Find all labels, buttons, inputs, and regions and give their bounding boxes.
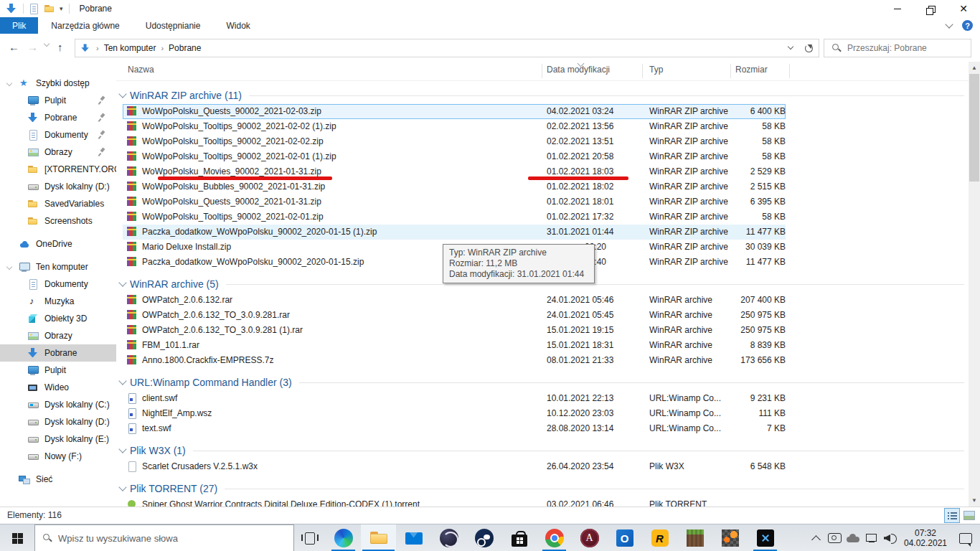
sidebar-item-pulpit[interactable]: Pulpit bbox=[0, 92, 116, 109]
action-center-icon[interactable] bbox=[951, 524, 980, 551]
up-button[interactable]: ↑ bbox=[57, 39, 63, 55]
sidebar-item-screenshots[interactable]: Screenshots bbox=[0, 212, 116, 230]
taskbar-app-rockstar-icon[interactable]: R bbox=[642, 524, 677, 551]
customize-qat-icon[interactable]: ▾ bbox=[60, 5, 63, 12]
group-header[interactable]: WinRAR ZIP archive (11) bbox=[116, 87, 969, 104]
file-row-text-swf[interactable]: text.swf28.08.2020 13:14URL:Winamp Co...… bbox=[123, 421, 786, 436]
file-row-scarlet-crusaders-v-2-5-1-w3x[interactable]: Scarlet Crusaders V.2.5.1.w3x26.04.2020 … bbox=[123, 459, 786, 474]
sidebar-section-onedrive[interactable]: OneDrive bbox=[0, 235, 116, 253]
file-row-wowpopolsku-quests-90002-2021-02-03-zip[interactable]: WoWpoPolsku_Quests_90002_2021-02-03.zip0… bbox=[123, 104, 786, 119]
tab-udostepnianie[interactable]: Udostępnianie bbox=[133, 17, 214, 34]
file-row-paczka-dodatkow-wowpopolsku-90002-2020-01-15-1-zip[interactable]: Paczka_dodatkow_WoWpoPolsku_90002_2020-0… bbox=[123, 225, 786, 240]
sidebar-item-wideo[interactable]: Wideo bbox=[0, 379, 116, 396]
help-icon[interactable]: ? bbox=[962, 20, 973, 31]
file-row-sniper-ghost-warrior-contracts-digital-deluxe-edition-codex-1-torrent[interactable]: Sniper Ghost Warrior Contracts Digital D… bbox=[123, 497, 786, 507]
column-separator[interactable] bbox=[642, 64, 643, 78]
sidebar-item-dysk-lokalny-e[interactable]: Dysk lokalny (E:) bbox=[0, 430, 116, 448]
group-header[interactable]: Plik TORRENT (27) bbox=[116, 480, 969, 497]
sidebar-item-dysk-lokalny-c[interactable]: Dysk lokalny (C:) bbox=[0, 396, 116, 413]
file-row-wowpopolsku-movies-90002-2021-01-31-zip[interactable]: WoWpoPolsku_Movies_90002_2021-01-31.zip0… bbox=[123, 164, 786, 179]
file-row-owpatch-2-0-6-132-to-3-0-9-281-1-rar[interactable]: OWPatch_2.0.6.132_TO_3.0.9.281 (1).rar15… bbox=[123, 323, 786, 338]
expand-chevron-icon[interactable] bbox=[6, 264, 12, 270]
sidebar-item-savedvariables[interactable]: SavedVariables bbox=[0, 195, 116, 212]
collapse-group-icon[interactable] bbox=[118, 278, 126, 286]
sidebar-item-xtorrenty-org[interactable]: [XTORRENTY.ORG] ( bbox=[0, 161, 116, 178]
taskbar-app-outlook-icon[interactable]: O bbox=[607, 524, 642, 551]
sidebar-item-pulpit[interactable]: Pulpit bbox=[0, 362, 116, 379]
file-row-anno-1800-crackfix-empress-7z[interactable]: Anno.1800.Crackfix-EMPRESS.7z08.01.2021 … bbox=[123, 353, 786, 368]
column-header-nazwa[interactable]: Nazwa bbox=[128, 65, 154, 75]
recent-locations-icon[interactable] bbox=[44, 41, 50, 47]
taskbar-app-store-icon[interactable] bbox=[501, 524, 537, 551]
scrollbar-thumb[interactable] bbox=[969, 74, 979, 182]
sidebar-section-sie[interactable]: Sieć bbox=[0, 471, 116, 488]
file-row-owpatch-2-0-6-132-rar[interactable]: OWPatch_2.0.6.132.rar24.01.2021 05:46Win… bbox=[123, 293, 786, 308]
sidebar-item-dokumenty[interactable]: Dokumenty bbox=[0, 126, 116, 143]
search-box[interactable]: Przeszukaj: Pobrane bbox=[824, 39, 971, 57]
taskbar-app-steam-icon[interactable] bbox=[466, 524, 501, 551]
taskbar-app-chrome-icon[interactable] bbox=[537, 524, 572, 551]
sidebar-section-szybki-dost-p[interactable]: Szybki dostęp bbox=[0, 75, 116, 92]
file-row-wowpopolsku-tooltips-90002-2021-02-02-1-zip[interactable]: WoWpoPolsku_Tooltips_90002_2021-02-02 (1… bbox=[123, 119, 786, 134]
maximize-button[interactable] bbox=[914, 0, 947, 17]
taskbar-app-appa-icon[interactable]: A bbox=[572, 524, 607, 551]
clock[interactable]: 07:32 04.02.2021 bbox=[900, 528, 951, 548]
back-button[interactable]: ← bbox=[9, 39, 19, 55]
scroll-down-icon[interactable]: ▼ bbox=[969, 494, 980, 507]
file-row-wowpopolsku-bubbles-90002-2021-01-31-zip[interactable]: WoWpoPolsku_Bubbles_90002_2021-01-31.zip… bbox=[123, 179, 786, 194]
expand-chevron-icon[interactable] bbox=[6, 80, 12, 86]
sidebar-item-obiekty-3d[interactable]: Obiekty 3D bbox=[0, 310, 116, 327]
close-button[interactable]: ✕ bbox=[947, 0, 980, 17]
sidebar-item-obrazy[interactable]: Obrazy bbox=[0, 143, 116, 161]
collapse-group-icon[interactable] bbox=[118, 90, 126, 98]
address-bar[interactable]: › Ten komputer › Pobrane bbox=[75, 39, 819, 57]
meet-now-icon[interactable] bbox=[825, 524, 844, 551]
collapse-group-icon[interactable] bbox=[118, 483, 126, 491]
taskbar-app-dark-icon[interactable] bbox=[748, 524, 783, 551]
column-header-typ[interactable]: Typ bbox=[649, 65, 663, 75]
collapse-group-icon[interactable] bbox=[118, 445, 126, 453]
column-separator[interactable] bbox=[542, 64, 542, 78]
sidebar-item-pobrane[interactable]: Pobrane bbox=[0, 109, 116, 126]
file-row-fbm-101-1-rar[interactable]: FBM_101.1.rar15.01.2021 18:31WinRAR arch… bbox=[123, 338, 786, 353]
details-view-button[interactable] bbox=[944, 508, 960, 523]
scroll-up-icon[interactable]: ▲ bbox=[969, 62, 980, 74]
column-header-data-modyfikacji[interactable]: Data modyfikacji bbox=[547, 65, 610, 75]
refresh-button[interactable] bbox=[800, 40, 819, 56]
sidebar-item-dysk-lokalny-d[interactable]: Dysk lokalny (D:) bbox=[0, 413, 116, 430]
sidebar-item-obrazy[interactable]: Obrazy bbox=[0, 327, 116, 344]
forward-button[interactable]: → bbox=[27, 39, 38, 55]
taskbar-app-edge-icon[interactable] bbox=[326, 524, 361, 551]
sidebar-item-muzyka[interactable]: Muzyka bbox=[0, 293, 116, 310]
volume-tray-icon[interactable] bbox=[881, 524, 900, 551]
taskbar-app-ubi-icon[interactable] bbox=[431, 524, 466, 551]
file-row-wowpopolsku-tooltips-90002-2021-02-01-zip[interactable]: WoWpoPolsku_Tooltips_90002_2021-02-01.zi… bbox=[123, 209, 786, 225]
column-separator[interactable] bbox=[730, 64, 731, 78]
new-folder-icon[interactable] bbox=[44, 3, 55, 14]
task-view-button[interactable] bbox=[294, 524, 326, 551]
file-row-owpatch-2-0-6-132-to-3-0-9-281-rar[interactable]: OWPatch_2.0.6.132_TO_3.0.9.281.rar24.01.… bbox=[123, 308, 786, 323]
tray-expand-icon[interactable] bbox=[806, 524, 825, 551]
minimize-button[interactable] bbox=[881, 0, 914, 17]
network-tray-icon[interactable] bbox=[862, 524, 881, 551]
file-row-nightelf-amp-wsz[interactable]: NightElf_Amp.wsz10.12.2020 23:03URL:Wina… bbox=[123, 406, 786, 421]
vertical-scrollbar[interactable]: ▲ ▼ bbox=[969, 62, 980, 507]
tab-plik[interactable]: Plik bbox=[0, 17, 38, 34]
file-row-wowpopolsku-tooltips-90002-2021-02-02-zip[interactable]: WoWpoPolsku_Tooltips_90002_2021-02-02.zi… bbox=[123, 134, 786, 149]
sidebar-item-dysk-lokalny-d[interactable]: Dysk lokalny (D:) bbox=[0, 178, 116, 195]
onedrive-tray-icon[interactable] bbox=[844, 524, 862, 551]
collapse-group-icon[interactable] bbox=[118, 377, 126, 385]
sidebar-item-pobrane[interactable]: Pobrane bbox=[0, 344, 116, 362]
tab-narzedzia-glowne[interactable]: Narzędzia główne bbox=[38, 17, 132, 34]
file-row-client-swf[interactable]: client.swf10.01.2021 22:13URL:Winamp Co.… bbox=[123, 391, 786, 406]
breadcrumb-pobrane[interactable]: Pobrane bbox=[169, 43, 201, 53]
tab-widok[interactable]: Widok bbox=[213, 17, 263, 34]
taskbar-app-pixel-icon[interactable] bbox=[712, 524, 748, 551]
group-header[interactable]: Plik W3X (1) bbox=[116, 442, 969, 459]
column-header-rozmiar[interactable]: Rozmiar bbox=[735, 65, 768, 75]
taskbar-app-explorer-icon[interactable] bbox=[361, 524, 396, 551]
group-header[interactable]: URL:Winamp Command Handler (3) bbox=[116, 374, 969, 391]
minimize-ribbon-icon[interactable] bbox=[945, 20, 953, 28]
taskbar-app-mail-icon[interactable] bbox=[396, 524, 431, 551]
taskbar-app-minecraft-icon[interactable] bbox=[677, 524, 712, 551]
